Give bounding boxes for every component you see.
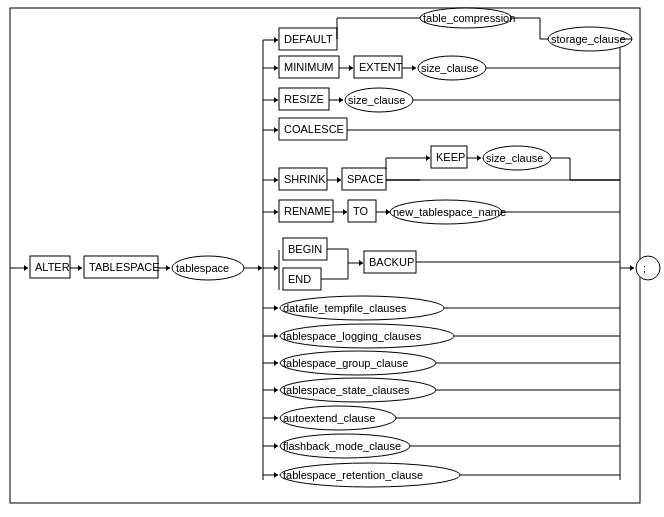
to-label: TO <box>353 205 369 217</box>
size-clause-extent-label: size_clause <box>421 62 478 74</box>
tablespace-state-label: tablespace_state_clauses <box>283 384 410 396</box>
space-label: SPACE <box>347 173 383 185</box>
storage-clause-label: storage_clause <box>551 33 626 45</box>
new-tablespace-name-label: new_tablespace_name <box>393 206 506 218</box>
size-clause-keep-label: size_clause <box>486 152 543 164</box>
end-label: END <box>288 273 311 285</box>
keep-label: KEEP <box>436 151 465 163</box>
begin-label: BEGIN <box>288 243 322 255</box>
semicolon-node <box>636 256 660 280</box>
autoextend-label: autoextend_clause <box>283 412 375 424</box>
default-label: DEFAULT <box>284 33 333 45</box>
table-compression-label: table_compression <box>423 12 515 24</box>
tablespace-var-label: tablespace <box>176 262 229 274</box>
size-clause-resize-label: size_clause <box>348 94 405 106</box>
backup-label: BACKUP <box>369 256 414 268</box>
tablespace-logging-label: tablespace_logging_clauses <box>283 330 422 342</box>
datafile-tempfile-label: datafile_tempfile_clauses <box>283 302 407 314</box>
minimum-label: MINIMUM <box>284 61 334 73</box>
syntax-diagram: ALTER TABLESPACE tablespace ; DEFAULT ta… <box>0 0 664 517</box>
tablespace-group-label: tablespace_group_clause <box>283 357 408 369</box>
flashback-label: flashback_mode_clause <box>283 440 401 452</box>
resize-label: RESIZE <box>284 93 324 105</box>
coalesce-label: COALESCE <box>284 123 344 135</box>
extent-label: EXTENT <box>359 61 403 73</box>
shrink-label: SHRINK <box>284 173 326 185</box>
tablespace-retention-label: tablespace_retention_clause <box>283 469 423 481</box>
alter-label: ALTER <box>35 261 70 273</box>
rename-label: RENAME <box>284 205 331 217</box>
semicolon-label: ; <box>643 262 646 274</box>
tablespace-kw-label: TABLESPACE <box>89 261 160 273</box>
